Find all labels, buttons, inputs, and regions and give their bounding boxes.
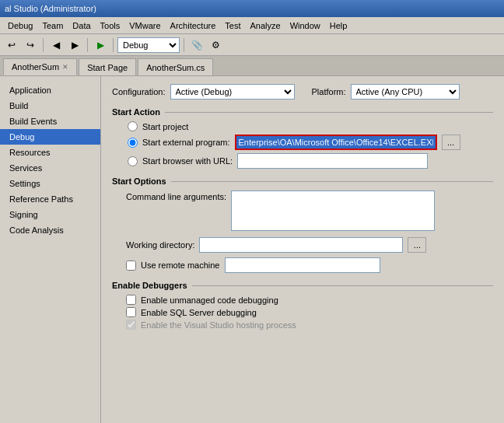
start-external-browse-btn[interactable]: ... <box>442 135 460 150</box>
sidebar-item-debug[interactable]: Debug <box>0 129 100 145</box>
tab-anothersumcs-label: AnotherSum.cs <box>146 63 205 72</box>
enable-hosting-row: Enable the Visual Studio hosting process <box>126 320 493 330</box>
start-action-title: Start Action <box>112 107 160 117</box>
tab-bar: AnotherSum ✕ Start Page AnotherSum.cs <box>0 56 504 76</box>
start-external-label: Start external program: <box>142 138 230 147</box>
tab-anothersum-close[interactable]: ✕ <box>62 63 68 71</box>
start-options-title: Start Options <box>112 177 166 186</box>
sidebar-item-services[interactable]: Services <box>0 160 100 176</box>
platform-label: Platform: <box>312 87 346 96</box>
menu-debug[interactable]: Debug <box>3 19 37 32</box>
start-external-radio[interactable] <box>128 138 138 148</box>
enable-sql-check[interactable] <box>126 307 136 317</box>
toolbar-redo[interactable]: ↪ <box>22 37 39 54</box>
remote-machine-check[interactable] <box>126 260 136 271</box>
main-layout: Application Build Build Events Debug Res… <box>0 76 504 423</box>
toolbar-separator-2 <box>87 38 88 52</box>
remote-machine-label: Use remote machine <box>141 260 220 270</box>
toolbar-forward[interactable]: ▶ <box>66 37 83 54</box>
start-options-line <box>171 181 493 182</box>
cmdargs-textarea[interactable] <box>231 191 435 231</box>
start-action-section: Start Action <box>112 107 493 117</box>
remote-machine-input[interactable] <box>225 257 380 273</box>
workdir-input[interactable] <box>199 237 403 253</box>
start-options-section: Start Options <box>112 177 493 186</box>
tab-anothersumcs[interactable]: AnotherSum.cs <box>138 58 213 75</box>
sidebar-item-codeanalysis[interactable]: Code Analysis <box>0 222 100 238</box>
start-browser-input[interactable] <box>237 153 428 169</box>
toolbar-attach[interactable]: 📎 <box>188 37 205 54</box>
menu-help[interactable]: Help <box>325 19 352 32</box>
sidebar-item-application[interactable]: Application <box>0 82 100 98</box>
enable-sql-label: Enable SQL Server debugging <box>141 308 257 317</box>
start-external-input[interactable] <box>235 135 437 150</box>
platform-select[interactable]: Active (Any CPU) x86 x64 <box>351 84 460 100</box>
enable-debuggers-line <box>192 285 493 286</box>
config-platform-row: Configuration: Active (Debug) Release Pl… <box>112 84 493 100</box>
enable-hosting-label: Enable the Visual Studio hosting process <box>141 320 296 330</box>
start-external-row: Start external program: ... <box>128 135 493 150</box>
toolbar-back[interactable]: ◀ <box>47 37 65 54</box>
tab-startpage[interactable]: Start Page <box>79 58 136 75</box>
toolbar-separator-4 <box>184 38 184 52</box>
sidebar-item-signing[interactable]: Signing <box>0 207 100 222</box>
workdir-row: Working directory: ... <box>112 237 493 253</box>
enable-debuggers-title: Enable Debuggers <box>112 281 187 290</box>
tab-anothersum[interactable]: AnotherSum ✕ <box>3 58 77 75</box>
enable-unmanaged-row: Enable unmanaged code debugging <box>126 295 493 305</box>
tab-startpage-label: Start Page <box>87 63 128 72</box>
menu-team[interactable]: Team <box>37 19 68 32</box>
menu-window[interactable]: Window <box>285 19 325 32</box>
cmdargs-row: Command line arguments: <box>112 191 493 232</box>
menu-analyze[interactable]: Analyze <box>246 19 285 32</box>
sidebar-item-settings[interactable]: Settings <box>0 176 100 191</box>
enable-unmanaged-check[interactable] <box>126 295 136 305</box>
title-text: al Studio (Administrator) <box>5 4 96 13</box>
start-project-radio[interactable] <box>128 121 138 131</box>
start-action-line <box>165 112 493 113</box>
cmdargs-label: Command line arguments: <box>126 192 226 201</box>
enable-hosting-check <box>126 320 136 330</box>
menu-tools[interactable]: Tools <box>96 19 125 32</box>
menu-vmware[interactable]: VMware <box>124 19 165 32</box>
enable-unmanaged-label: Enable unmanaged code debugging <box>141 295 278 305</box>
menu-architecture[interactable]: Architecture <box>166 19 221 32</box>
start-project-label: Start project <box>142 122 188 131</box>
menu-test[interactable]: Test <box>220 19 245 32</box>
sidebar-item-buildevents[interactable]: Build Events <box>0 114 100 129</box>
workdir-label: Working directory: <box>126 240 194 250</box>
sidebar-item-resources[interactable]: Resources <box>0 145 100 160</box>
toolbar: ↩ ↪ ◀ ▶ ▶ Debug Release 📎 ⚙ <box>0 34 504 56</box>
menu-data[interactable]: Data <box>68 19 95 32</box>
configuration-label: Configuration: <box>112 87 166 96</box>
enable-sql-row: Enable SQL Server debugging <box>126 307 493 317</box>
enable-debuggers-section: Enable Debuggers <box>112 281 493 290</box>
start-browser-radio[interactable] <box>128 156 138 166</box>
toolbar-separator-3 <box>113 38 114 52</box>
sidebar: Application Build Build Events Debug Res… <box>0 76 101 423</box>
config-select[interactable]: Debug Release <box>117 37 180 53</box>
menu-bar: Debug Team Data Tools VMware Architectur… <box>0 17 504 34</box>
content-area: Configuration: Active (Debug) Release Pl… <box>101 76 504 423</box>
toolbar-separator-1 <box>43 38 44 52</box>
title-bar: al Studio (Administrator) <box>0 0 504 17</box>
sidebar-item-referencepaths[interactable]: Reference Paths <box>0 191 100 207</box>
start-project-row: Start project <box>128 121 493 131</box>
workdir-browse-btn[interactable]: ... <box>408 237 426 253</box>
sidebar-item-build[interactable]: Build <box>0 98 100 114</box>
cmdargs-wrap <box>231 191 435 232</box>
tab-anothersum-label: AnotherSum <box>12 62 59 72</box>
start-browser-row: Start browser with URL: <box>128 153 493 169</box>
toolbar-undo[interactable]: ↩ <box>3 37 20 54</box>
configuration-select[interactable]: Active (Debug) Release <box>170 84 295 100</box>
start-browser-label: Start browser with URL: <box>142 156 233 166</box>
toolbar-settings[interactable]: ⚙ <box>207 37 224 54</box>
toolbar-run[interactable]: ▶ <box>92 37 109 54</box>
remote-machine-row: Use remote machine <box>126 257 493 273</box>
